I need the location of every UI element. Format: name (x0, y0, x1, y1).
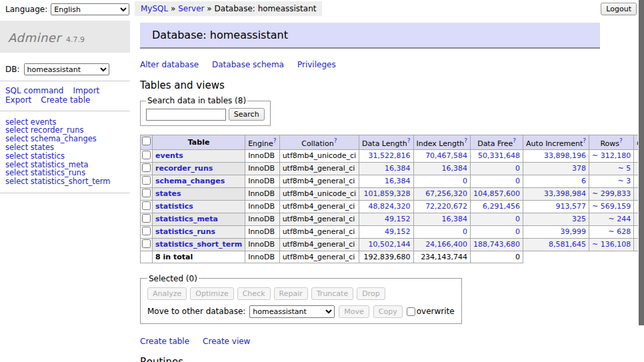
move-button[interactable]: Move (339, 305, 369, 318)
data-free-link[interactable]: 0 (515, 227, 520, 236)
breadcrumb-item-mysql[interactable]: MySQL (141, 4, 168, 13)
rows-estimate-link[interactable]: ~ 628 (608, 227, 631, 236)
data-free-link[interactable]: 6,291,456 (483, 202, 520, 211)
data-length-link[interactable]: 10,502,144 (369, 240, 411, 249)
vertical-scrollbar[interactable] (638, 0, 644, 362)
data-free-link[interactable]: 104,857,600 (473, 189, 520, 198)
table-link-statistics[interactable]: statistics (155, 202, 193, 211)
sidebar-link-select-states[interactable]: select states (5, 143, 125, 152)
truncate-button[interactable]: Truncate (311, 287, 353, 300)
rows-estimate-link[interactable]: ~ 569,159 (592, 202, 631, 211)
auto-increment-link[interactable]: 39,999 (561, 227, 587, 236)
db-select[interactable]: homeassistant (24, 63, 109, 75)
rows-estimate-link[interactable]: ~ 299,833 (592, 189, 631, 198)
sidebar-action-create-table[interactable]: Create table (41, 96, 90, 105)
breadcrumb-item-server[interactable]: Server (178, 4, 204, 13)
table-link-statistics-runs[interactable]: statistics_runs (155, 227, 215, 236)
data-length-link[interactable]: 16,384 (385, 164, 411, 173)
copy-button[interactable]: Copy (373, 305, 403, 318)
help-icon[interactable]: ? (583, 137, 586, 144)
sidebar-link-select-statistics[interactable]: select statistics (5, 152, 125, 161)
row-checkbox[interactable] (142, 239, 151, 248)
auto-increment-link[interactable]: 33,898,196 (544, 151, 586, 160)
auto-increment-link[interactable]: 6 (581, 177, 586, 185)
data-length-link[interactable]: 101,859,328 (364, 189, 411, 198)
help-icon[interactable]: ? (273, 137, 277, 144)
auto-increment-link[interactable]: 325 (572, 215, 586, 223)
data-free-link[interactable]: 50,331,648 (478, 151, 520, 160)
auto-increment-link[interactable]: 8,581,645 (549, 240, 586, 249)
sidebar-action-import[interactable]: Import (73, 87, 99, 96)
database-schema-link[interactable]: Database schema (212, 60, 284, 69)
row-checkbox[interactable] (142, 189, 151, 197)
search-input[interactable] (146, 109, 226, 121)
overwrite-checkbox[interactable] (407, 307, 415, 316)
row-checkbox[interactable] (142, 227, 151, 235)
rows-estimate-link[interactable]: ~ 312,180 (592, 151, 631, 160)
row-checkbox-cell (141, 187, 153, 200)
help-icon[interactable]: ? (334, 137, 337, 144)
data-free-link[interactable]: 0 (515, 177, 520, 185)
help-icon[interactable]: ? (513, 137, 516, 144)
data-free-link[interactable]: 0 (515, 215, 520, 223)
help-icon[interactable]: ? (619, 137, 623, 144)
sidebar-link-select-statistics-short-term[interactable]: select statistics_short_term (5, 177, 125, 186)
data-free-link[interactable]: 188,743,680 (473, 240, 520, 249)
col-header-table: Table (153, 135, 245, 150)
table-link-schema-changes[interactable]: schema_changes (155, 177, 225, 185)
rows-estimate-link[interactable]: ~ 244 (608, 215, 631, 223)
create-table-link[interactable]: Create table (140, 337, 189, 346)
repair-button[interactable]: Repair (274, 287, 308, 300)
help-icon[interactable]: ? (464, 137, 467, 144)
select-all-checkbox[interactable] (142, 137, 151, 145)
row-checkbox[interactable] (142, 201, 151, 210)
row-checkbox[interactable] (142, 176, 151, 185)
table-link-recorder-runs[interactable]: recorder_runs (155, 164, 213, 173)
table-link-statistics-meta[interactable]: statistics_meta (155, 215, 218, 223)
index-length-link[interactable]: 16,384 (442, 215, 468, 223)
check-button[interactable]: Check (237, 287, 271, 300)
auto-increment-link[interactable]: 33,398,984 (544, 189, 586, 198)
table-link-states[interactable]: states (155, 189, 181, 198)
index-length-link[interactable]: 72,220,672 (425, 202, 467, 211)
table-name-cell: recorder_runs (153, 162, 245, 175)
index-length-link[interactable]: 16,384 (442, 164, 468, 173)
move-db-select[interactable]: homeassistant (249, 305, 335, 318)
data-length-link[interactable]: 48,824,320 (369, 202, 411, 211)
scrollbar-thumb[interactable] (639, 0, 644, 325)
rows-estimate-cell: ~ 136,108 (589, 238, 634, 251)
index-length-link[interactable]: 67,256,320 (425, 189, 467, 198)
sidebar-action-export[interactable]: Export (5, 96, 31, 105)
optimize-button[interactable]: Optimize (190, 287, 233, 300)
index-length-link[interactable]: 0 (463, 177, 467, 185)
data-length-link[interactable]: 49,152 (385, 227, 411, 236)
index-length-link[interactable]: 0 (463, 227, 467, 236)
rows-estimate-link[interactable]: ~ 3 (617, 177, 631, 185)
privileges-link[interactable]: Privileges (297, 60, 336, 69)
language-select[interactable]: English (51, 3, 129, 15)
data-length-link[interactable]: 16,384 (385, 177, 411, 185)
row-checkbox[interactable] (142, 214, 151, 223)
auto-increment-link[interactable]: 378 (572, 164, 586, 173)
auto-increment-link[interactable]: 913,577 (556, 202, 587, 211)
logout-button[interactable]: Logout (601, 3, 637, 15)
index-length-link[interactable]: 70,467,584 (425, 151, 467, 160)
engine-cell: InnoDB (245, 149, 279, 162)
analyze-button[interactable]: Analyze (147, 287, 187, 300)
search-button[interactable]: Search (229, 108, 265, 121)
alter-database-link[interactable]: Alter database (140, 60, 199, 69)
table-link-events[interactable]: events (155, 151, 183, 160)
row-checkbox[interactable] (142, 163, 151, 172)
create-view-link[interactable]: Create view (203, 337, 250, 346)
sidebar-action-sql-command[interactable]: SQL command (5, 87, 63, 96)
rows-estimate-link[interactable]: ~ 136,108 (592, 240, 631, 249)
row-checkbox[interactable] (142, 151, 151, 159)
help-icon[interactable]: ? (407, 137, 411, 144)
data-length-link[interactable]: 49,152 (385, 215, 411, 223)
data-free-link[interactable]: 0 (515, 164, 520, 173)
rows-estimate-link[interactable]: ~ 5 (617, 164, 631, 173)
drop-button[interactable]: Drop (357, 287, 385, 300)
data-length-link[interactable]: 31,522,816 (369, 151, 411, 160)
table-link-statistics-short-term[interactable]: statistics_short_term (155, 240, 242, 249)
index-length-link[interactable]: 24,166,400 (425, 240, 467, 249)
